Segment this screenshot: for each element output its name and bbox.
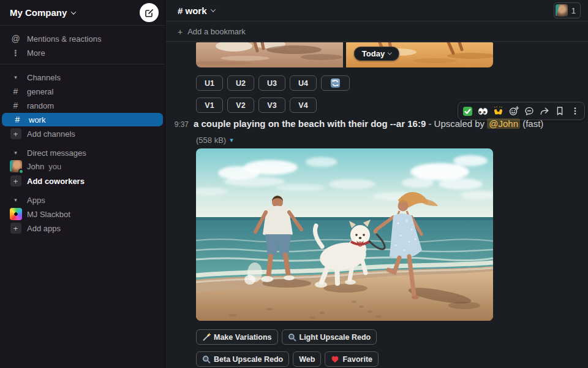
collapse-attachment-button[interactable]: ▾ [230,136,233,144]
user-mention[interactable]: @John [487,118,520,129]
hash-icon: # [9,86,22,96]
add-bookmark-button[interactable]: Add a bookmark [187,27,246,36]
sidebar-item-label: Mentions & reactions [27,34,101,44]
beach-grid-photo [196,42,493,67]
v3-button[interactable]: V3 [258,98,285,113]
reply-thread-button[interactable] [521,104,537,118]
channel-title: # work [178,6,207,16]
section-label: Direct messages [27,148,86,158]
u1-button[interactable]: U1 [196,75,223,91]
upscaled-image[interactable] [196,148,493,321]
sidebar-item-dm-john[interactable]: Johnyou [0,159,165,174]
web-button[interactable]: Web [293,351,321,367]
sidebar-item-random[interactable]: # random [0,99,165,112]
hash-icon: # [11,115,24,125]
button-label: Beta Upscale Redo [214,355,283,364]
v4-button[interactable]: V4 [290,98,317,113]
attachment-meta: (558 kB) ▾ [196,136,233,145]
plus-icon: + [10,223,21,234]
section-collapse-icon: ▾ [9,197,22,203]
more-vertical-icon [570,105,581,117]
add-reaction-button[interactable] [506,104,521,118]
react-eyes-button[interactable] [475,104,491,118]
chevron-down-icon [71,9,76,14]
new-message-button[interactable] [140,3,159,22]
save-bookmark-button[interactable] [552,104,567,118]
sidebar-item-more[interactable]: ⋮ More [0,46,165,59]
more-actions-button[interactable] [567,104,582,118]
speed-text: (fast) [520,118,543,129]
magnifying-glass-emoji [202,355,211,364]
share-icon [539,105,550,117]
add-apps-label: Add apps [27,224,61,233]
v2-button[interactable]: V2 [227,98,254,113]
refresh-emoji [330,78,341,88]
bookmark-icon [554,105,565,117]
member-count-button[interactable]: 1 [554,2,581,18]
u2-button[interactable]: U2 [227,75,254,91]
workspace-switcher[interactable]: My Company [10,7,75,18]
message-timestamp[interactable]: 9:37 [165,120,194,129]
section-collapse-icon: ▾ [9,74,22,80]
vertical-dots-icon: ⋮ [9,48,22,58]
plus-icon: + [10,175,21,186]
channel-title-button[interactable]: # work [178,6,215,16]
red-heart-emoji [331,355,339,364]
light-upscale-redo-button[interactable]: Light Upscale Redo [282,329,377,345]
chevron-down-icon [388,51,392,55]
add-channels-label: Add channels [27,129,75,139]
raised-hands-emoji [493,106,503,117]
sidebar-item-work[interactable]: # work [2,113,163,126]
upscale-button-row: U1 U2 U3 U4 [196,75,350,91]
add-coworkers-button[interactable]: + Add coworkers [0,174,165,188]
add-channels-button[interactable]: + Add channels [0,127,165,140]
message-hover-toolbar [458,102,585,120]
sidebar-item-label: More [27,48,45,58]
at-sign-icon: @ [9,34,22,44]
white-check-mark-emoji [462,106,473,117]
share-message-button[interactable] [537,104,552,118]
dms-section-header[interactable]: ▾ Direct messages [0,146,165,159]
add-apps-button[interactable]: + Add apps [0,221,165,235]
react-white-check-mark-button[interactable] [460,104,475,118]
u3-button[interactable]: U3 [258,75,285,91]
v1-button[interactable]: V1 [196,98,223,113]
channel-header: # work 1 [165,0,588,21]
sidebar-item-mj-slackbot[interactable]: MJ Slackbot [0,207,165,221]
presence-online-dot [18,169,24,174]
make-variations-button[interactable]: Make Variations [196,329,278,345]
section-label: Apps [27,196,45,205]
john-avatar [10,160,22,172]
bookmarks-bar: + Add a bookmark [165,22,588,42]
channels-section-header[interactable]: ▾ Channels [0,71,165,84]
date-divider-button[interactable]: Today [354,47,399,61]
workspace-name: My Company [10,7,67,18]
sidebar-divider [0,64,165,64]
sidebar-item-general[interactable]: # general [0,85,165,98]
image-actions-row-1: Make Variations Light Upscale Redo [196,329,377,345]
button-label: Web [299,355,315,364]
variation-button-row: V1 V2 V3 V4 [196,98,317,113]
magnifying-glass-emoji [288,333,296,342]
member-avatar [556,4,568,17]
sidebar-item-mentions[interactable]: @ Mentions & reactions [0,32,165,45]
channel-label: work [29,115,45,125]
reroll-button[interactable] [321,75,350,91]
message-list: Today U1 U2 U3 U4 [165,42,588,368]
dm-name: John [27,162,44,171]
beta-upscale-redo-button[interactable]: Beta Upscale Redo [196,351,289,367]
workspace-header: My Company [0,0,165,26]
thread-icon [524,105,535,117]
apps-section-header[interactable]: ▾ Apps [0,193,165,207]
beach-photo [196,148,493,321]
favorite-button[interactable]: Favorite [325,351,379,367]
button-label: Make Variations [214,333,272,342]
app-label: MJ Slackbot [27,210,70,219]
plus-icon: + [178,27,183,37]
previous-grid-image[interactable] [196,42,493,67]
mj-slackbot-icon [10,208,22,220]
button-label: Favorite [342,355,372,364]
react-raised-hands-button[interactable] [491,104,506,118]
u4-button[interactable]: U4 [290,75,317,91]
compose-icon [145,8,154,17]
